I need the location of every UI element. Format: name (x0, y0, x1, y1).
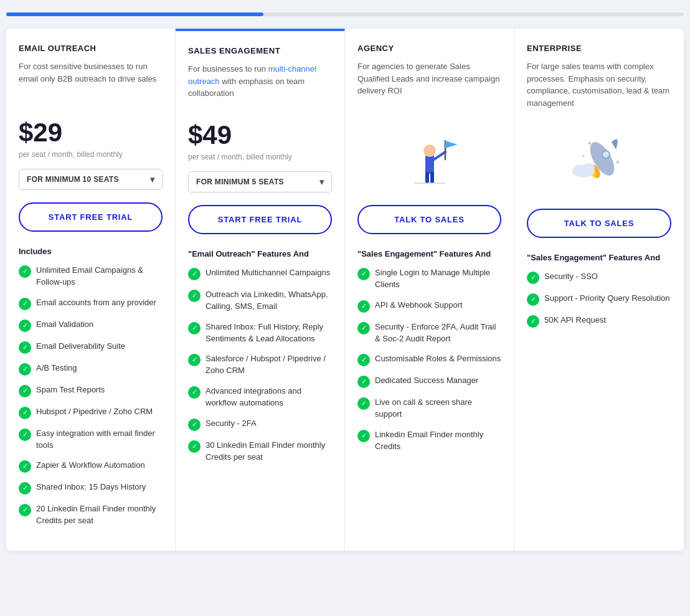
multilink[interactable]: multi-channel outreach (188, 64, 316, 86)
check-icon: ✓ (357, 430, 370, 442)
feature-text: Zapier & Workflow Automation (36, 460, 145, 471)
feature-text: Outreach via Linkedin, WhatsApp, Calling… (206, 289, 332, 313)
feature-item: ✓ Security - Enforce 2FA, Audit Trail & … (357, 321, 501, 345)
check-icon: ✓ (19, 460, 31, 473)
plan-col-sales-engagement: SALES ENGAGEMENTFor businesses to run mu… (176, 29, 345, 551)
seats-label-email-outreach: FOR MINIMUM 10 SEATS (27, 175, 119, 184)
check-icon: ✓ (19, 429, 31, 441)
check-icon: ✓ (357, 322, 370, 334)
feature-text: 30 Linkedin Email Finder monthly Credits… (206, 440, 332, 463)
feature-item: ✓ Outreach via Linkedin, WhatsApp, Calli… (188, 289, 332, 313)
svg-point-14 (582, 163, 595, 173)
feature-text: Spam Test Reports (36, 384, 105, 396)
plan-col-agency: AGENCYFor agencies to generate Sales Qua… (345, 29, 514, 551)
check-icon: ✓ (188, 268, 201, 280)
feature-item: ✓ A/B Testing (19, 362, 163, 376)
seats-select-email-outreach[interactable]: FOR MINIMUM 10 SEATS ▾ (19, 169, 163, 190)
feature-item: ✓ Security - SSO (527, 271, 671, 284)
feature-item: ✓ API & Webhook Support (357, 300, 501, 313)
feature-text: 20 Linkedin Email Finder monthly Credits… (36, 503, 163, 527)
svg-line-2 (434, 152, 445, 159)
cta-button-email-outreach[interactable]: START FREE TRIAL (19, 202, 163, 232)
cta-button-sales-engagement[interactable]: START FREE TRIAL (188, 205, 332, 234)
plan-price-sub-email-outreach: per seat / month, billed monthly (19, 150, 163, 159)
feature-item: ✓ Shared Inbox: Full History, Reply Sent… (188, 321, 332, 345)
feature-list-enterprise: ✓ Security - SSO ✓ Support - Priority Qu… (527, 271, 671, 328)
feature-item: ✓ Customisable Roles & Permissions (357, 353, 501, 366)
feature-list-agency: ✓ Single Login to Manage Multiple Client… (357, 267, 501, 453)
plan-name-sales-engagement: SALES ENGAGEMENT (188, 46, 332, 55)
feature-text: Shared Inbox: 15 Days History (36, 481, 146, 493)
check-icon: ✓ (357, 397, 370, 410)
feature-text: Advanced integrations and workflow autom… (206, 386, 332, 409)
page-wrapper: EMAIL OUTREACHFor cost sensitive busines… (0, 0, 690, 563)
feature-item: ✓ Email accounts from any provider (19, 297, 163, 310)
features-heading-sales-engagement: "Email Outreach" Features And (188, 249, 332, 258)
svg-rect-6 (430, 172, 434, 183)
check-icon: ✓ (19, 385, 31, 397)
feature-item: ✓ Security - 2FA (188, 418, 332, 431)
plan-name-enterprise: ENTERPRISE (527, 44, 671, 53)
progress-bar (6, 12, 684, 16)
feature-item: ✓ Support - Priority Query Resolution (527, 293, 671, 306)
plan-price-email-outreach: $29 (19, 118, 163, 148)
feature-text: Hubspot / Pipedrive / Zoho CRM (36, 406, 153, 418)
svg-rect-0 (425, 155, 434, 174)
plan-desc-email-outreach: For cost sensitive businesses to run ema… (19, 60, 163, 105)
check-icon: ✓ (188, 354, 201, 366)
svg-point-1 (423, 145, 436, 157)
feature-text: A/B Testing (36, 362, 77, 374)
feature-item: ✓ Hubspot / Pipedrive / Zoho CRM (19, 406, 163, 419)
chevron-down-icon: ▾ (150, 174, 154, 184)
feature-text: Email accounts from any provider (36, 297, 156, 309)
check-icon: ✓ (188, 322, 201, 334)
feature-item: ✓ Dedicated Success Manager (357, 375, 501, 388)
svg-point-16 (588, 142, 591, 145)
seats-select-sales-engagement[interactable]: FOR MINIMUM 5 SEATS ▾ (188, 171, 332, 192)
feature-text: 50K API Request (544, 315, 606, 326)
feature-text: Single Login to Manage Multiple Clients (375, 267, 501, 291)
plan-price-sub-sales-engagement: per seat / month, billed monthly (188, 153, 332, 161)
check-icon: ✓ (357, 268, 370, 280)
feature-item: ✓ 50K API Request (527, 315, 671, 328)
feature-item: ✓ Unlimited Email Campaigns & Follow-ups (19, 265, 163, 288)
check-icon: ✓ (19, 363, 31, 376)
check-icon: ✓ (19, 320, 31, 332)
check-icon: ✓ (188, 440, 201, 453)
illustration-enterprise (527, 121, 671, 196)
feature-item: ✓ Unlimited Multichannel Campaigns (188, 267, 332, 280)
check-icon: ✓ (357, 354, 370, 366)
feature-text: Security - SSO (544, 271, 598, 283)
chevron-down-icon: ▾ (319, 177, 324, 187)
features-heading-enterprise: "Sales Engagement" Features And (527, 253, 671, 262)
feature-text: Unlimited Multichannel Campaigns (206, 267, 330, 279)
plan-name-agency: AGENCY (357, 44, 501, 53)
check-icon: ✓ (527, 272, 539, 284)
plan-desc-sales-engagement: For businesses to run multi-channel outr… (188, 63, 332, 108)
check-icon: ✓ (357, 376, 370, 388)
feature-text: Security - 2FA (206, 418, 257, 430)
check-icon: ✓ (188, 386, 201, 399)
svg-point-17 (583, 155, 585, 157)
cta-button-agency[interactable]: TALK TO SALES (357, 205, 501, 234)
features-heading-agency: "Sales Engagement" Features And (357, 249, 501, 258)
check-icon: ✓ (527, 315, 539, 328)
illustration-agency (357, 118, 501, 192)
plan-desc-agency: For agencies to generate Sales Qualified… (357, 60, 501, 105)
plans-grid: EMAIL OUTREACHFor cost sensitive busines… (6, 29, 684, 551)
plan-price-sales-engagement: $49 (188, 120, 332, 150)
feature-item: ✓ Single Login to Manage Multiple Client… (357, 267, 501, 291)
plan-col-email-outreach: EMAIL OUTREACHFor cost sensitive busines… (6, 29, 176, 551)
check-icon: ✓ (19, 407, 31, 419)
progress-bar-fill (6, 12, 263, 16)
svg-marker-4 (445, 141, 458, 148)
feature-text: Customisable Roles & Permissions (375, 353, 501, 365)
cta-button-enterprise[interactable]: TALK TO SALES (527, 209, 671, 238)
feature-item: ✓ Easy integration with email finder too… (19, 428, 163, 452)
check-icon: ✓ (527, 293, 539, 306)
check-icon: ✓ (188, 419, 201, 431)
feature-text: Email Validation (36, 319, 93, 331)
svg-point-9 (602, 151, 610, 158)
feature-item: ✓ 30 Linkedin Email Finder monthly Credi… (188, 440, 332, 463)
feature-item: ✓ Spam Test Reports (19, 384, 163, 397)
